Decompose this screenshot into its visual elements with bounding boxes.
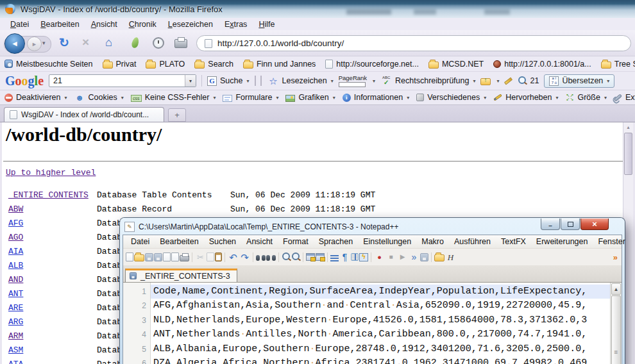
macro-save-icon[interactable]	[420, 253, 428, 261]
notepad-menu-sprachen[interactable]: Sprachen	[314, 236, 359, 247]
menu-item-extras[interactable]: Extras	[219, 19, 252, 29]
save-icon[interactable]	[145, 253, 153, 261]
notepad-menu-textfx[interactable]: TextFX	[496, 236, 531, 247]
reload-button[interactable]	[59, 35, 69, 50]
highlighter-icon[interactable]	[504, 77, 512, 85]
back-button[interactable]	[4, 33, 25, 54]
scroll-up-arrow-icon[interactable]	[623, 122, 633, 131]
bookmark-finn-und-jannes[interactable]: Finn und Jannes	[243, 60, 316, 69]
bookmark-http-sourceforge-net[interactable]: http://sourceforge.net...	[325, 60, 419, 69]
notepad-menu-fenster[interactable]: Fenster	[593, 236, 630, 247]
entry-link-and[interactable]: AND	[8, 275, 23, 285]
sage-leaf-icon[interactable]	[131, 37, 140, 49]
devtool-deaktivieren[interactable]: Deaktivieren	[4, 93, 67, 102]
devtool-formulare[interactable]: Formulare	[223, 93, 278, 102]
devtool-hervorheben[interactable]: Hervorheben	[493, 93, 558, 102]
notepad-tab[interactable]: _ENTIRE_CONTENTS-3	[125, 269, 237, 282]
scrollbar-thumb[interactable]	[611, 295, 621, 364]
close-all-icon[interactable]	[171, 252, 179, 261]
editor-area[interactable]: 1Code,Name,Continent,Region,SurfaceArea,…	[123, 283, 622, 364]
bookmark-mcsd-net[interactable]: MCSD.NET	[428, 60, 484, 69]
notepad-menu-format[interactable]: Format	[278, 236, 314, 247]
zoom-out-icon[interactable]	[291, 252, 300, 261]
entry-link-arm[interactable]: ARM	[8, 331, 23, 341]
chevron-down-icon[interactable]	[496, 78, 499, 84]
scrollbar-up-arrow-icon[interactable]	[611, 283, 621, 295]
entry-link-asm[interactable]: ASM	[8, 345, 23, 355]
new-tab-button[interactable]: +	[168, 108, 186, 122]
cut-icon[interactable]: ✂	[195, 252, 206, 262]
sync-vertical-scroll-icon[interactable]	[306, 253, 315, 261]
bookmark-privat[interactable]: Privat	[103, 60, 137, 69]
devtool-verschiedenes[interactable]: Verschiedenes	[416, 93, 486, 102]
firefox-titlebar[interactable]: WsgiDAV - Index of /world-db/country/ - …	[0, 0, 635, 18]
entry-link-arg[interactable]: ARG	[8, 317, 23, 327]
menu-item-chronik[interactable]: Chronik	[124, 19, 162, 29]
bookmark-search[interactable]: Search	[194, 60, 233, 69]
entry-link-are[interactable]: ARE	[8, 303, 23, 313]
close-file-icon[interactable]	[163, 252, 171, 261]
macro-record-icon[interactable]: ●	[374, 252, 385, 262]
notepad-menu-einstellungen[interactable]: Einstellungen	[358, 236, 416, 247]
entry-link-entire-contents[interactable]: _ENTIRE_CONTENTS	[8, 190, 89, 200]
notepad-menu-datei[interactable]: Datei	[126, 236, 155, 247]
notepad-menu-ansicht[interactable]: Ansicht	[241, 236, 278, 247]
menu-item-hilfe[interactable]: Hilfe	[253, 19, 280, 29]
menu-item-bearbeiten[interactable]: Bearbeiten	[35, 19, 84, 29]
google-search-box[interactable]: 21	[49, 74, 196, 87]
explorer-plugin-icon[interactable]	[434, 254, 444, 261]
print-icon[interactable]	[180, 255, 189, 261]
notepad-menu-ausf-hren[interactable]: Ausführen	[449, 236, 496, 247]
save-all-icon[interactable]	[154, 253, 162, 261]
entry-link-afg[interactable]: AFG	[8, 219, 23, 228]
undo-icon[interactable]: ↶	[228, 252, 239, 262]
entry-link-ago[interactable]: AGO	[8, 233, 23, 242]
entry-link-abw[interactable]: ABW	[8, 204, 23, 214]
find-icon[interactable]	[256, 255, 266, 261]
devtool-informationen[interactable]: iInformationen	[343, 93, 409, 102]
notepad-menu-help[interactable]: ?	[631, 236, 635, 247]
history-dropdown-caret[interactable]	[42, 40, 46, 46]
bookmark-meistbesuchte-seiten[interactable]: Meistbesuchte Seiten	[4, 60, 93, 69]
close-button[interactable]	[580, 219, 609, 230]
minimize-button[interactable]	[541, 219, 560, 230]
pagerank-widget[interactable]: PageRank	[339, 74, 367, 87]
entry-link-aia[interactable]: AIA	[8, 247, 23, 256]
replace-icon[interactable]	[266, 255, 276, 261]
menu-item-datei[interactable]: Datei	[5, 19, 34, 29]
clock-icon[interactable]	[153, 37, 164, 49]
bookmark-http-127-0-0-1-8001-a[interactable]: http://127.0.0.1:8001/a...	[493, 60, 591, 69]
more-buttons-chevron-icon[interactable]	[613, 252, 619, 262]
notepad-titlebar[interactable]: C:\Users\Martin\AppData\Local\Temp\_ENTI…	[123, 219, 622, 235]
chevron-down-icon[interactable]	[373, 78, 375, 84]
tab-wsgidav[interactable]: WsgiDAV - Index of /world-db/count...	[4, 107, 164, 122]
stop-button[interactable]	[82, 35, 89, 49]
redo-icon[interactable]: ↷	[239, 252, 250, 262]
toolbar-splitter-handle[interactable]	[255, 76, 262, 86]
forward-button[interactable]	[27, 37, 42, 51]
google-bookmarks-button[interactable]: Lesezeichen	[267, 76, 333, 86]
notepad-menu-erweiterungen[interactable]: Erweiterungen	[531, 236, 593, 247]
open-file-icon[interactable]	[134, 254, 144, 261]
send-to-folder-icon[interactable]	[480, 78, 491, 85]
new-file-icon[interactable]	[126, 252, 133, 261]
zoom-in-icon[interactable]	[282, 252, 291, 261]
entry-link-ata[interactable]: ATA	[8, 360, 23, 364]
copy-icon[interactable]	[207, 252, 214, 261]
url-bar[interactable]: http://127.0.0.1/world-db/country/	[196, 35, 631, 51]
indent-guide-icon[interactable]	[351, 253, 359, 261]
devtool-cookies[interactable]: ☻Cookies	[74, 92, 124, 103]
print-icon[interactable]	[174, 39, 187, 48]
translate-button[interactable]: Übersetzen	[544, 74, 614, 88]
word-find-button[interactable]: 21	[518, 76, 539, 85]
sync-horizontal-scroll-icon[interactable]	[316, 253, 325, 261]
menu-item-lesezeichen[interactable]: Lesezeichen	[163, 19, 218, 29]
search-dropdown-caret[interactable]	[185, 75, 196, 87]
notepad-menu-bearbeiten[interactable]: Bearbeiten	[155, 236, 203, 247]
entry-link-alb[interactable]: ALB	[8, 261, 23, 270]
up-to-higher-level-link[interactable]: Up to higher level	[6, 168, 96, 178]
macro-stop-icon[interactable]: ■	[385, 252, 396, 262]
google-search-button[interactable]: Suche	[207, 76, 249, 86]
maximize-button[interactable]	[561, 219, 580, 230]
home-button[interactable]	[105, 36, 112, 49]
